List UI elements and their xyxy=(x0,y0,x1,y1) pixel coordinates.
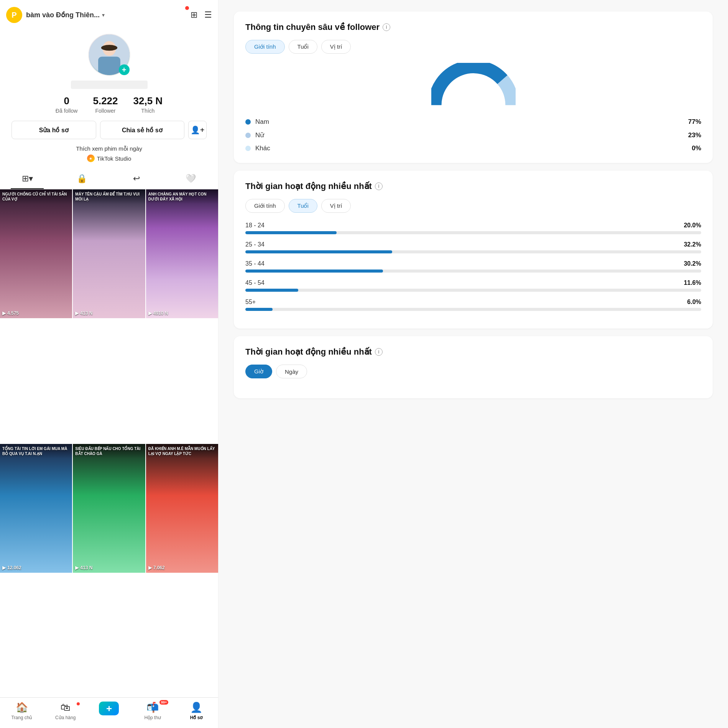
bar-fill-18-24 xyxy=(245,231,337,234)
bar-track-18-24 xyxy=(245,231,701,234)
video-views-5: ▶ 413 N xyxy=(75,565,92,570)
add-friend-button[interactable]: 👤+ xyxy=(188,121,207,139)
activity-time-title-1: Thời gian hoạt động nhiều nhất i xyxy=(245,181,701,191)
activity-time-card-1: Thời gian hoạt động nhiều nhất i Giới tí… xyxy=(234,171,713,329)
time-tab-hour[interactable]: Giờ xyxy=(245,365,272,378)
dropdown-icon[interactable]: ▾ xyxy=(102,12,105,18)
follower-info-icon[interactable]: i xyxy=(383,23,390,31)
nav-add[interactable]: + xyxy=(87,702,131,720)
tab-videos[interactable]: ⊞▾ xyxy=(0,168,54,189)
bar-track-45-54 xyxy=(245,289,701,292)
legend-label-other: Khác xyxy=(255,145,687,152)
nav-home[interactable]: 🏠 Trang chủ xyxy=(0,702,44,720)
add-content-button[interactable]: + xyxy=(99,702,119,715)
legend-label-male: Nam xyxy=(255,118,684,126)
menu-icon[interactable]: ☰ xyxy=(204,10,212,20)
activity-info-icon-2[interactable]: i xyxy=(375,348,383,356)
legend-list: Nam 77% Nữ 23% Khác 0% xyxy=(245,118,701,152)
lock-tab-icon: 🔒 xyxy=(77,174,87,184)
add-profile-button[interactable]: + xyxy=(119,64,130,75)
legend-dot-female xyxy=(245,133,251,138)
tab-locked[interactable]: 🔒 xyxy=(54,168,109,189)
studio-label: TikTok Studio xyxy=(97,155,131,162)
age-pct-35-44: 30.2% xyxy=(684,260,701,267)
legend-female: Nữ 23% xyxy=(245,131,701,139)
left-panel: P bàm vào Đồng Thiên... ▾ ⊞ ☰ xyxy=(0,0,219,728)
filter-tab-age[interactable]: Tuổi xyxy=(289,40,317,54)
age-label-35-44: 35 - 44 xyxy=(245,260,265,267)
nav-home-label: Trang chủ xyxy=(11,715,32,720)
bar-fill-35-44 xyxy=(245,270,383,273)
video-item-4[interactable]: TỔNG TÀI TIN LỜI EM GÁI MUA MÀ BỎ QUA VỤ… xyxy=(0,444,72,573)
video-title-1: NGƯỜI CHỒNG CŨ CHỈ VÌ TÀI SẢN CỦA VỢ xyxy=(0,189,72,204)
age-label-55plus: 55+ xyxy=(245,299,256,306)
activity-info-icon[interactable]: i xyxy=(375,182,383,190)
share-profile-button[interactable]: Chia sẻ hồ sơ xyxy=(100,121,185,139)
inbox-icon: 📬 xyxy=(146,702,159,713)
profile-section: + 0 Đã follow 5.222 Follower 32,5 N Thíc… xyxy=(0,30,218,165)
legend-dot-male xyxy=(245,119,251,125)
bookmark-icon[interactable]: ⊞ xyxy=(191,10,197,20)
following-count: 0 xyxy=(64,95,69,107)
nav-inbox[interactable]: 📬 99+ Hộp thư xyxy=(131,702,174,720)
stat-likes: 32,5 N Thích xyxy=(133,95,163,114)
nav-inbox-label: Hộp thư xyxy=(144,715,161,720)
play-icon-4: ▶ xyxy=(2,565,6,570)
activity-time-title-2: Thời gian hoạt động nhiều nhất i xyxy=(245,347,701,357)
filter-tab-gender[interactable]: Giới tính xyxy=(245,40,285,54)
video-views-4: ▶ 12.062 xyxy=(2,565,21,570)
activity-tab-age[interactable]: Tuổi xyxy=(289,199,317,213)
video-item-6[interactable]: ĐÃ KHIẾN ANH M.Ê MẪN MUỐN LẤY LẠI VỢ NGA… xyxy=(146,444,218,573)
bar-fill-45-54 xyxy=(245,289,298,292)
nav-profile[interactable]: 👤 Hồ sơ xyxy=(174,702,218,720)
tab-reposts[interactable]: ↩ xyxy=(109,168,164,189)
avatar-container: + xyxy=(88,34,130,76)
username-text: bàm vào Đồng Thiên... xyxy=(26,11,100,19)
video-item-3[interactable]: ANH CHÀNG AN MÁY HỌT CON DƯỚI ĐÂY XÃ HỘI… xyxy=(146,189,218,318)
age-pct-55plus: 6.0% xyxy=(687,299,701,306)
activity-time-card-2: Thời gian hoạt động nhiều nhất i Giờ Ngà… xyxy=(234,336,713,398)
time-tab-day[interactable]: Ngày xyxy=(276,365,307,378)
nav-shop[interactable]: 🛍 Cửa hàng xyxy=(44,702,87,720)
action-buttons: Sửa hồ sơ Chia sẻ hồ sơ 👤+ xyxy=(8,121,210,139)
age-row-35-44: 35 - 44 30.2% xyxy=(245,260,701,273)
username-area: bàm vào Đồng Thiên... ▾ xyxy=(26,11,187,19)
video-item-2[interactable]: MÁY TÊN CẬU ẤM ĐỂ TÌM T.HU VUI MÓI LẠ ▶ … xyxy=(73,189,145,318)
inbox-badge: 99+ xyxy=(159,700,168,705)
add-friend-icon: 👤+ xyxy=(191,125,205,135)
svg-point-4 xyxy=(448,80,499,109)
liked-tab-icon: 🤍 xyxy=(186,174,196,184)
video-item-1[interactable]: NGƯỜI CHỒNG CŨ CHỈ VÌ TÀI SẢN CỦA VỢ ▶ 4… xyxy=(0,189,72,318)
play-icon-3: ▶ xyxy=(148,311,152,316)
play-icon-2: ▶ xyxy=(75,311,79,316)
stat-followers: 5.222 Follower xyxy=(93,95,118,114)
bar-track-35-44 xyxy=(245,270,701,273)
activity-tab-gender[interactable]: Giới tính xyxy=(245,199,285,213)
edit-profile-button[interactable]: Sửa hồ sơ xyxy=(12,121,96,139)
activity-tab-location[interactable]: Vị trí xyxy=(321,199,351,213)
svg-rect-5 xyxy=(431,105,516,109)
bar-fill-55plus xyxy=(245,308,273,311)
shop-badge xyxy=(77,702,80,705)
video-title-6: ĐÃ KHIẾN ANH M.Ê MẪN MUỐN LẤY LẠI VỢ NGA… xyxy=(146,444,218,458)
bar-fill-25-34 xyxy=(245,250,392,253)
tab-liked[interactable]: 🤍 xyxy=(164,168,218,189)
age-pct-45-54: 11.6% xyxy=(684,279,701,286)
tiktok-studio-link[interactable]: ★ TikTok Studio xyxy=(76,154,142,162)
filter-tab-location[interactable]: Vị trí xyxy=(321,40,351,54)
stats-row: 0 Đã follow 5.222 Follower 32,5 N Thích xyxy=(8,95,210,114)
legend-pct-female: 23% xyxy=(688,131,701,139)
followers-label: Follower xyxy=(95,108,116,114)
play-icon-5: ▶ xyxy=(75,565,79,570)
legend-other: Khác 0% xyxy=(245,145,701,152)
tabs-row: ⊞▾ 🔒 ↩ 🤍 xyxy=(0,168,218,189)
top-bar: P bàm vào Đồng Thiên... ▾ ⊞ ☰ xyxy=(0,0,218,30)
videos-tab-icon: ⊞▾ xyxy=(22,174,33,184)
video-title-3: ANH CHÀNG AN MÁY HỌT CON DƯỚI ĐÂY XÃ HỘI xyxy=(146,189,218,204)
legend-pct-male: 77% xyxy=(688,118,701,126)
video-item-5[interactable]: SIÊU ĐẦU BẾP NẤU CHO TỔNG TÀI BẮT CHÀO G… xyxy=(73,444,145,573)
likes-count: 32,5 N xyxy=(133,95,163,107)
nav-shop-label: Cửa hàng xyxy=(55,715,76,720)
video-title-2: MÁY TÊN CẬU ẤM ĐỂ TÌM T.HU VUI MÓI LẠ xyxy=(73,189,145,204)
legend-label-female: Nữ xyxy=(255,131,684,139)
